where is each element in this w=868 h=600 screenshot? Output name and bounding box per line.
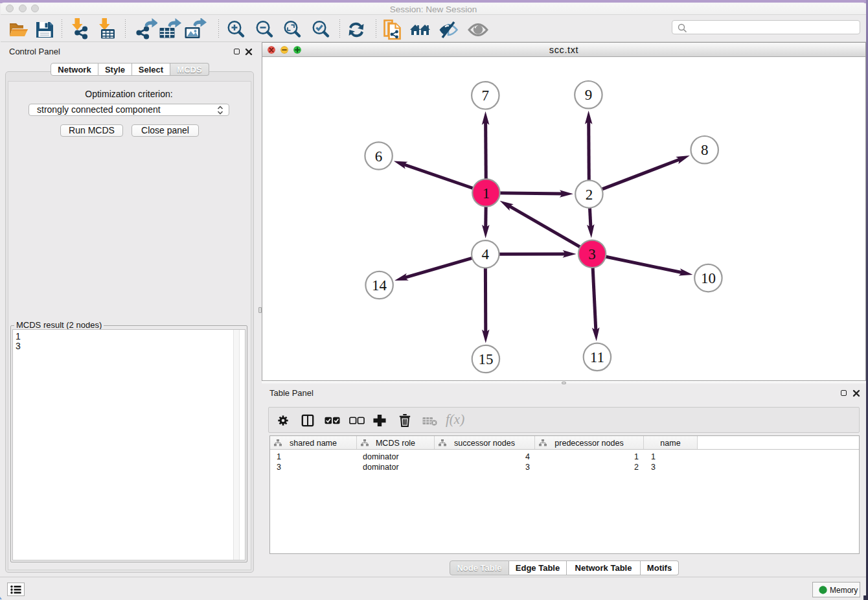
svg-text:3: 3 [588, 246, 596, 262]
svg-text:9: 9 [585, 87, 593, 103]
svg-text:4: 4 [482, 246, 490, 262]
svg-text:6: 6 [375, 148, 383, 165]
svg-text:11: 11 [590, 349, 604, 365]
svg-text:15: 15 [478, 351, 493, 367]
svg-text:1: 1 [483, 185, 490, 202]
svg-text:10: 10 [701, 270, 716, 286]
svg-text:14: 14 [372, 277, 387, 294]
svg-text:7: 7 [482, 87, 490, 104]
svg-text:8: 8 [701, 142, 709, 158]
svg-text:2: 2 [586, 187, 593, 203]
